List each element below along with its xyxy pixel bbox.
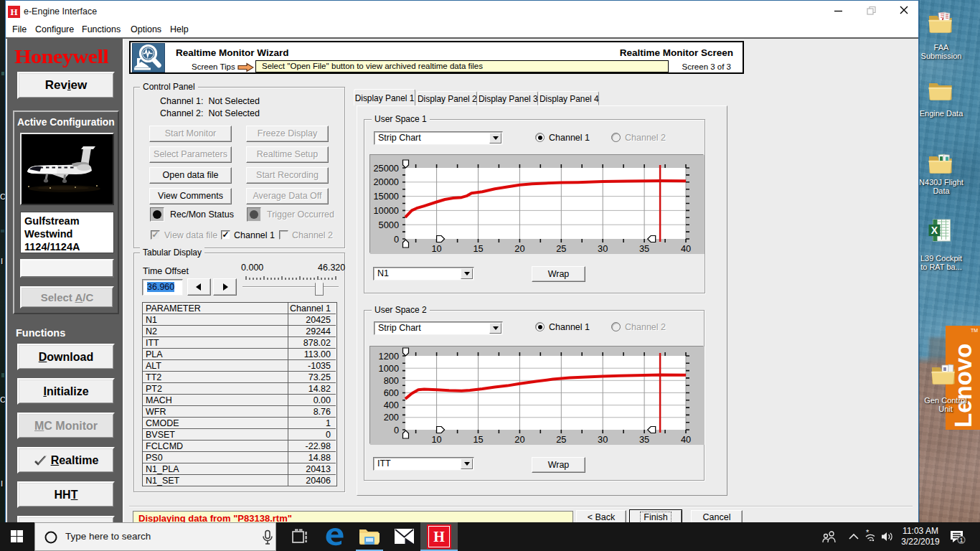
svg-text:25000: 25000 (373, 163, 399, 174)
svg-text:10: 10 (431, 243, 441, 254)
svg-text:5000: 5000 (379, 220, 399, 230)
svg-text:600: 600 (384, 387, 399, 398)
svg-text:40: 40 (681, 434, 691, 445)
svg-text:800: 800 (384, 375, 399, 386)
svg-text:X: X (931, 225, 938, 236)
svg-text:30: 30 (598, 434, 608, 445)
svg-text:15: 15 (473, 434, 483, 445)
svg-text:1: 1 (959, 537, 963, 544)
svg-text:0: 0 (394, 234, 399, 245)
svg-text:0: 0 (394, 425, 399, 435)
svg-text:25: 25 (556, 243, 566, 254)
svg-text:15000: 15000 (373, 191, 399, 202)
svg-text:30: 30 (598, 243, 608, 254)
svg-text:1200: 1200 (379, 351, 399, 362)
svg-text:10: 10 (431, 434, 441, 445)
svg-text:10000: 10000 (373, 205, 399, 216)
svg-text:40: 40 (681, 243, 691, 254)
svg-text:35: 35 (639, 434, 649, 445)
svg-text:35: 35 (639, 243, 649, 254)
svg-text:1000: 1000 (379, 363, 399, 374)
svg-text:25: 25 (556, 434, 566, 445)
svg-text:20: 20 (514, 434, 524, 445)
svg-text:200: 200 (384, 412, 399, 423)
svg-text:*: * (866, 529, 870, 537)
svg-text:20: 20 (514, 243, 524, 254)
svg-text:15: 15 (473, 243, 483, 254)
svg-text:20000: 20000 (373, 176, 399, 187)
svg-text:400: 400 (384, 400, 399, 410)
